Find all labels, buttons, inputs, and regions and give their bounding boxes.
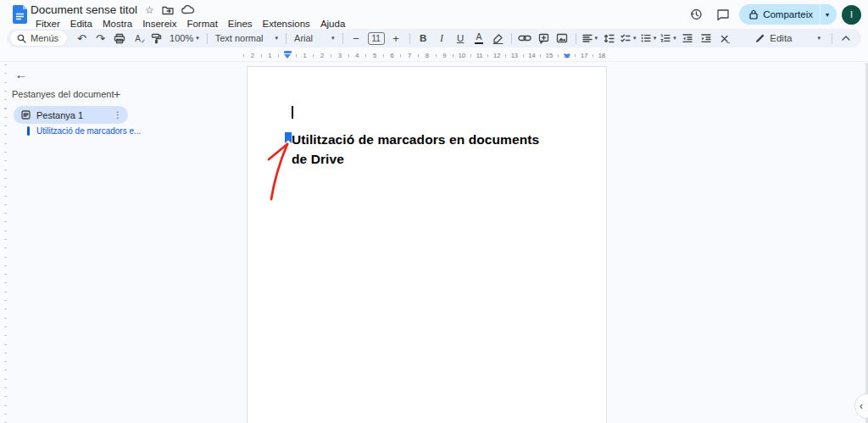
redo-button[interactable]: ↷ [92,31,109,47]
document-status-cloud-icon[interactable] [181,5,194,14]
checklist-icon [620,34,631,42]
increase-indent-button[interactable] [698,31,715,47]
ruler-number: 1 [267,52,273,59]
search-menus-button[interactable]: Menús [10,31,67,46]
ruler-number: 10 [457,52,466,59]
highlight-color-button[interactable] [489,31,507,47]
clear-formatting-button[interactable] [716,31,734,47]
ruler-number: 9 [442,52,448,59]
share-dropdown-caret[interactable]: ▾ [821,11,837,19]
search-icon [17,34,26,43]
plus-icon: + [114,87,120,101]
share-button-label: Comparteix [763,9,813,19]
add-comment-button[interactable] [535,31,553,47]
zoom-value: 100% [170,33,193,43]
decrease-indent-button[interactable] [679,31,697,47]
sidebar-tab-pestanya-1[interactable]: Pestanya 1 ⋮ [14,106,128,124]
menu-insereix[interactable]: Insereix [137,18,181,30]
ruler-number: 13 [509,52,519,59]
version-history-button[interactable] [685,3,707,25]
checklist-select[interactable]: ▾ [619,31,638,47]
align-caret-icon: ▾ [595,35,598,42]
italic-button[interactable]: I [433,31,451,47]
ruler-number: 6 [389,52,395,59]
decrease-font-size-button[interactable]: − [348,31,365,47]
bold-button[interactable]: B [415,31,432,47]
insert-link-button[interactable] [516,31,534,47]
open-comments-button[interactable] [712,3,734,25]
undo-icon: ↶ [77,33,86,44]
document-page[interactable]: Utilització de marcadors en documents de… [247,66,607,423]
indent-icon [701,34,711,42]
menu-ajuda[interactable]: Ajuda [315,18,350,30]
outline-heading-item[interactable]: Utilització de marcadors e... [27,126,141,136]
increase-font-size-button[interactable]: + [387,31,405,47]
text-cursor [292,106,293,119]
numbered-list-select[interactable]: ▾ [659,31,678,47]
underline-icon: U [457,33,464,43]
toolbar-divider [342,33,343,44]
font-size-input[interactable]: 11 [368,32,385,45]
menu-eines[interactable]: Eines [223,18,258,30]
tab-options-icon[interactable]: ⋮ [114,110,122,120]
printer-icon [114,33,125,44]
document-tab-icon [21,110,31,120]
align-select[interactable]: ▾ [581,31,600,47]
font-family-select[interactable]: Arial ▾ [291,31,338,47]
document-title[interactable]: Document sense titol [31,3,137,16]
right-indent-marker[interactable] [564,54,571,58]
text-color-button[interactable]: A [470,31,488,47]
top-bar: Document sense titol ☆ Fitxer Edita Most… [0,0,868,28]
tabs-panel-title: Pestanyes del document [12,89,114,99]
first-line-indent-marker[interactable] [284,51,292,53]
show-side-panel-button[interactable]: ‹ [854,393,868,419]
menu-mostra[interactable]: Mostra [97,18,137,30]
ruler-number: 11 [475,52,484,59]
ruler-number: 15 [544,52,554,59]
red-annotation-arrow [260,138,296,201]
paragraph-style-select[interactable]: Text normal ▾ [212,31,281,47]
share-button[interactable]: Comparteix ▾ [739,4,837,25]
spellcheck-icon: A✓ [135,34,141,43]
left-indent-marker[interactable] [284,51,292,58]
ruler-number: 17 [580,52,589,59]
checklist-caret-icon: ▾ [633,35,637,42]
insert-image-button[interactable] [554,31,571,47]
share-button-main[interactable]: Comparteix [739,4,820,25]
editing-mode-value: Edita [770,33,792,43]
zoom-select[interactable]: 100% ▾ [166,31,203,47]
paint-format-button[interactable] [147,31,165,47]
toolbar-divider [207,33,208,44]
add-tab-button[interactable]: + [108,86,125,103]
star-icon[interactable]: ☆ [145,5,154,15]
chevron-left-icon: ‹ [860,400,863,412]
ruler-number: 18 [597,52,606,59]
history-clock-icon [689,8,703,21]
close-tabs-panel-button[interactable]: ← [10,63,32,85]
menu-edita[interactable]: Edita [65,18,97,30]
google-docs-logo-icon[interactable] [13,5,27,24]
account-avatar[interactable]: I [842,5,861,25]
menu-format[interactable]: Format [181,18,222,30]
bulleted-list-icon [641,34,651,42]
print-button[interactable] [110,31,128,47]
line-spacing-button[interactable] [600,31,618,47]
underline-button[interactable]: U [452,31,470,47]
undo-button[interactable]: ↶ [73,31,91,47]
comment-icon [716,8,730,21]
ruler-number: 7 [407,52,413,59]
bulleted-list-select[interactable]: ▾ [639,31,659,47]
editing-mode-select[interactable]: Edita ▾ [748,31,827,47]
menu-fitxer[interactable]: Fitxer [31,18,65,30]
bold-icon: B [420,33,426,43]
menu-extensions[interactable]: Extensions [258,18,315,30]
move-to-folder-icon[interactable] [162,5,174,15]
ruler-number: 14 [527,52,537,59]
hide-menus-button[interactable] [837,31,854,47]
spelling-check-button[interactable]: A✓ [129,31,147,47]
font-family-value: Arial [294,33,313,43]
ruler-number: 5 [371,52,377,59]
toolbar-divider [576,33,576,44]
ruler-number: 8 [424,52,430,59]
document-heading-text[interactable]: Utilització de marcadors en documents de… [292,131,558,169]
